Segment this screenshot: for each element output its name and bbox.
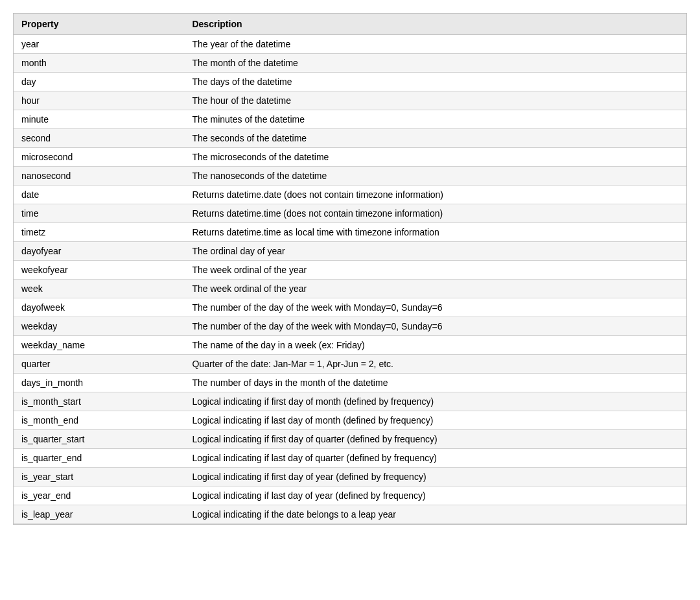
properties-table: Property Description yearThe year of the… [13, 13, 687, 525]
table-row: is_month_endLogical indicating if last d… [14, 411, 686, 430]
table-row: is_year_startLogical indicating if first… [14, 468, 686, 486]
table-row: weekdayThe number of the day of the week… [14, 317, 686, 336]
table-row: is_quarter_startLogical indicating if fi… [14, 430, 686, 449]
property-description: Returns datetime.time as local time with… [184, 223, 686, 242]
property-name: dayofyear [14, 242, 184, 261]
property-description: The days of the datetime [184, 73, 686, 91]
table-header-row: Property Description [14, 14, 686, 35]
table-row: microsecondThe microseconds of the datet… [14, 148, 686, 167]
property-name: dayofweek [14, 298, 184, 317]
property-name: microsecond [14, 148, 184, 167]
property-name: date [14, 186, 184, 204]
property-description: The microseconds of the datetime [184, 148, 686, 167]
property-name: is_year_start [14, 468, 184, 486]
property-name: week [14, 280, 184, 298]
column-header-description: Description [184, 14, 686, 35]
table-row: dayThe days of the datetime [14, 73, 686, 91]
property-description: Quarter of the date: Jan-Mar = 1, Apr-Ju… [184, 355, 686, 374]
property-description: Logical indicating if first day of month… [184, 392, 686, 411]
property-name: is_quarter_end [14, 449, 184, 468]
property-description: The ordinal day of year [184, 242, 686, 261]
property-description: Logical indicating if last day of month … [184, 411, 686, 430]
property-name: timetz [14, 223, 184, 242]
property-name: year [14, 35, 184, 54]
table-row: weekofyearThe week ordinal of the year [14, 261, 686, 280]
property-description: Returns datetime.time (does not contain … [184, 204, 686, 223]
property-name: is_year_end [14, 486, 184, 505]
property-description: The seconds of the datetime [184, 129, 686, 148]
property-name: month [14, 54, 184, 73]
property-description: The week ordinal of the year [184, 280, 686, 298]
property-description: Logical indicating if last day of year (… [184, 486, 686, 505]
table-row: nanosecondThe nanoseconds of the datetim… [14, 167, 686, 186]
property-description: Logical indicating if last day of quarte… [184, 449, 686, 468]
table-row: is_year_endLogical indicating if last da… [14, 486, 686, 505]
property-name: quarter [14, 355, 184, 374]
property-description: The number of the day of the week with M… [184, 317, 686, 336]
property-name: weekday [14, 317, 184, 336]
property-description: The minutes of the datetime [184, 110, 686, 129]
property-description: The nanoseconds of the datetime [184, 167, 686, 186]
table-row: dateReturns datetime.date (does not cont… [14, 186, 686, 204]
property-description: The number of days in the month of the d… [184, 374, 686, 392]
property-description: Logical indicating if first day of quart… [184, 430, 686, 449]
property-description: The hour of the datetime [184, 91, 686, 110]
property-name: weekday_name [14, 336, 184, 355]
property-name: nanosecond [14, 167, 184, 186]
table-row: minuteThe minutes of the datetime [14, 110, 686, 129]
property-description: Logical indicating if the date belongs t… [184, 505, 686, 524]
property-name: weekofyear [14, 261, 184, 280]
property-description: The month of the datetime [184, 54, 686, 73]
table-row: dayofweekThe number of the day of the we… [14, 298, 686, 317]
table-row: monthThe month of the datetime [14, 54, 686, 73]
table-row: timetzReturns datetime.time as local tim… [14, 223, 686, 242]
table-row: weekThe week ordinal of the year [14, 280, 686, 298]
table-row: yearThe year of the datetime [14, 35, 686, 54]
property-description: The week ordinal of the year [184, 261, 686, 280]
property-name: is_quarter_start [14, 430, 184, 449]
property-name: is_month_end [14, 411, 184, 430]
property-description: The name of the day in a week (ex: Frida… [184, 336, 686, 355]
property-name: is_leap_year [14, 505, 184, 524]
table-row: secondThe seconds of the datetime [14, 129, 686, 148]
property-description: The number of the day of the week with M… [184, 298, 686, 317]
table-row: timeReturns datetime.time (does not cont… [14, 204, 686, 223]
table-row: dayofyearThe ordinal day of year [14, 242, 686, 261]
property-name: second [14, 129, 184, 148]
property-name: time [14, 204, 184, 223]
property-name: days_in_month [14, 374, 184, 392]
table-row: days_in_monthThe number of days in the m… [14, 374, 686, 392]
property-description: Returns datetime.date (does not contain … [184, 186, 686, 204]
table-row: is_quarter_endLogical indicating if last… [14, 449, 686, 468]
property-name: hour [14, 91, 184, 110]
property-name: is_month_start [14, 392, 184, 411]
table-row: hourThe hour of the datetime [14, 91, 686, 110]
property-name: day [14, 73, 184, 91]
table-row: is_month_startLogical indicating if firs… [14, 392, 686, 411]
property-name: minute [14, 110, 184, 129]
property-description: The year of the datetime [184, 35, 686, 54]
column-header-property: Property [14, 14, 184, 35]
property-description: Logical indicating if first day of year … [184, 468, 686, 486]
table-row: quarterQuarter of the date: Jan-Mar = 1,… [14, 355, 686, 374]
table-row: is_leap_yearLogical indicating if the da… [14, 505, 686, 524]
table-row: weekday_nameThe name of the day in a wee… [14, 336, 686, 355]
